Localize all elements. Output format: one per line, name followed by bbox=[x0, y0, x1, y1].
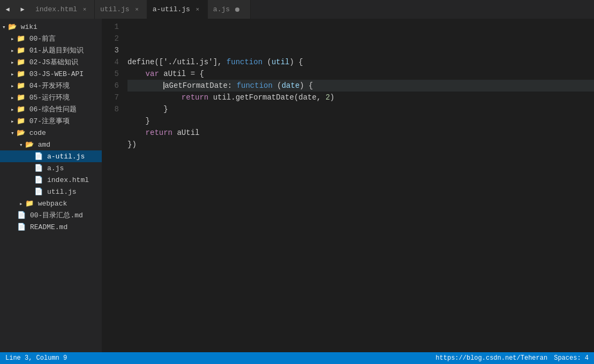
code-token-3-2: ( bbox=[273, 80, 282, 92]
chevron-right-icon bbox=[11, 94, 14, 102]
code-token-4-0 bbox=[127, 92, 182, 103]
folder-open-icon: 📂 bbox=[25, 140, 34, 149]
code-token-7-2: aUtil bbox=[172, 127, 199, 139]
code-line-2: var aUtil = { bbox=[127, 68, 594, 80]
chevron-right-icon bbox=[11, 82, 14, 90]
md-file-icon: 📄 bbox=[17, 211, 26, 219]
chevron-right-icon bbox=[11, 70, 14, 78]
tab-close-a-util-js[interactable]: × bbox=[193, 5, 202, 14]
line-number-6: 6 bbox=[102, 80, 119, 92]
sidebar-item-03[interactable]: 📁03-JS-WEB-API bbox=[0, 68, 102, 80]
status-url: https://blog.csdn.net/Teheran bbox=[435, 354, 547, 362]
sidebar-label-03: 03-JS-WEB-API bbox=[29, 70, 84, 78]
code-token-4-3: 2 bbox=[326, 92, 330, 103]
tab-label-a-js: a.js bbox=[213, 5, 230, 13]
code-token-8-0: }) bbox=[127, 139, 137, 150]
sidebar-item-webpack[interactable]: 📁webpack bbox=[0, 198, 102, 209]
sidebar-label-00: 00-前言 bbox=[29, 34, 56, 43]
code-token-6-0: } bbox=[127, 115, 150, 127]
code-lines[interactable]: define(['./util.js'], function (util) { … bbox=[123, 21, 594, 352]
sidebar-item-01[interactable]: 📁01-从题目到知识 bbox=[0, 44, 102, 56]
code-token-7-1: return bbox=[146, 127, 172, 139]
sidebar: 📂wiki📁00-前言📁01-从题目到知识📁02-JS基础知识📁03-JS-WE… bbox=[0, 19, 102, 352]
sidebar-item-index-file[interactable]: 📄index.html bbox=[0, 174, 102, 186]
tab-index-html[interactable]: index.html× bbox=[30, 0, 95, 19]
html-file-icon: 📄 bbox=[34, 176, 43, 184]
tab-close-index-html[interactable]: × bbox=[80, 5, 89, 14]
code-line-6: } bbox=[127, 115, 594, 127]
sidebar-item-07[interactable]: 📁07-注意事项 bbox=[0, 115, 102, 127]
sidebar-item-02[interactable]: 📁02-JS基础知识 bbox=[0, 56, 102, 68]
chevron-right-icon bbox=[11, 58, 14, 66]
tab-a-js[interactable]: a.js bbox=[208, 0, 251, 19]
editor: 12345678 define(['./util.js'], function … bbox=[102, 19, 594, 352]
code-token-1-1: function bbox=[227, 56, 262, 68]
tab-label-index-html: index.html bbox=[35, 5, 77, 13]
tab-util-js[interactable]: util.js× bbox=[95, 0, 147, 19]
code-token-5-0: } bbox=[127, 103, 168, 115]
folder-icon: 📁 bbox=[17, 81, 25, 90]
sidebar-label-readme: README.md bbox=[30, 223, 67, 231]
line-number-7: 7 bbox=[102, 92, 119, 103]
main-area: 📂wiki📁00-前言📁01-从题目到知识📁02-JS基础知识📁03-JS-WE… bbox=[0, 19, 594, 352]
sidebar-label-a-util-file: a-util.js bbox=[47, 153, 85, 161]
js-file-icon: 📄 bbox=[34, 164, 43, 172]
sidebar-label-index-file: index.html bbox=[47, 176, 89, 184]
tab-label-util-js: util.js bbox=[100, 5, 130, 13]
code-token-2-2: aUtil = { bbox=[159, 68, 204, 80]
code-token-2-0 bbox=[127, 68, 146, 80]
sidebar-item-readme[interactable]: 📄README.md bbox=[0, 221, 102, 233]
folder-open-icon: 📂 bbox=[17, 128, 25, 137]
nav-forward-btn[interactable]: ▶ bbox=[15, 0, 30, 19]
folder-icon: 📁 bbox=[17, 70, 25, 78]
sidebar-item-a-file[interactable]: 📄a.js bbox=[0, 162, 102, 174]
chevron-down-icon bbox=[2, 23, 6, 31]
sidebar-item-util-file[interactable]: 📄util.js bbox=[0, 186, 102, 198]
code-line-4: return util.getFormatDate(date, 2) bbox=[127, 92, 594, 103]
tab-a-util-js[interactable]: a-util.js× bbox=[147, 0, 208, 19]
line-numbers: 12345678 bbox=[102, 21, 123, 352]
code-token-2-1: var bbox=[146, 68, 159, 80]
code-token-1-2: ( bbox=[262, 56, 272, 68]
code-token-4-2: util.getFormatDate(date, bbox=[208, 92, 325, 103]
line-number-2: 2 bbox=[102, 33, 119, 44]
sidebar-label-wiki: wiki bbox=[21, 23, 37, 31]
sidebar-label-01: 01-从题目到知识 bbox=[29, 46, 84, 55]
chevron-right-icon bbox=[11, 105, 14, 113]
sidebar-item-amd[interactable]: 📂amd bbox=[0, 139, 102, 150]
code-area[interactable]: 12345678 define(['./util.js'], function … bbox=[102, 19, 594, 352]
folder-icon: 📁 bbox=[17, 117, 25, 125]
sidebar-item-catalog[interactable]: 📄00-目录汇总.md bbox=[0, 209, 102, 221]
status-bar: Line 3, Column 9 https://blog.csdn.net/T… bbox=[0, 352, 594, 364]
sidebar-label-06: 06-综合性问题 bbox=[29, 104, 77, 114]
status-position: Line 3, Column 9 bbox=[5, 354, 67, 362]
sidebar-item-code[interactable]: 📂code bbox=[0, 127, 102, 139]
sidebar-item-06[interactable]: 📁06-综合性问题 bbox=[0, 103, 102, 115]
code-token-3-1: function bbox=[237, 80, 273, 92]
sidebar-item-05[interactable]: 📁05-运行环境 bbox=[0, 92, 102, 103]
folder-icon: 📁 bbox=[17, 46, 25, 55]
nav-back-btn[interactable]: ◀ bbox=[0, 0, 15, 19]
sidebar-item-wiki[interactable]: 📂wiki bbox=[0, 21, 102, 33]
line-number-1: 1 bbox=[102, 21, 119, 33]
code-token-4-4: ) bbox=[330, 92, 334, 103]
tab-close-util-js[interactable]: × bbox=[133, 5, 141, 14]
sidebar-item-04[interactable]: 📁04-开发环境 bbox=[0, 80, 102, 92]
sidebar-item-00[interactable]: 📁00-前言 bbox=[0, 33, 102, 44]
code-token-1-3: util bbox=[272, 56, 290, 68]
folder-icon: 📁 bbox=[17, 58, 25, 66]
tab-label-a-util-js: a-util.js bbox=[153, 5, 190, 13]
line-number-4: 4 bbox=[102, 56, 119, 68]
js-file-icon: 📄 bbox=[34, 152, 43, 161]
code-indent bbox=[127, 80, 163, 92]
md-file-icon: 📄 bbox=[17, 223, 26, 231]
folder-icon: 📁 bbox=[17, 105, 25, 113]
sidebar-item-a-util-file[interactable]: 📄a-util.js bbox=[0, 150, 102, 162]
chevron-down-icon bbox=[19, 141, 23, 149]
tab-close-a-js[interactable] bbox=[233, 5, 242, 14]
chevron-right-icon bbox=[11, 35, 14, 43]
code-line-5: } bbox=[127, 103, 594, 115]
folder-open-icon: 📂 bbox=[8, 22, 17, 31]
status-spaces: Spaces: 4 bbox=[554, 354, 589, 362]
sidebar-label-code: code bbox=[29, 129, 46, 137]
